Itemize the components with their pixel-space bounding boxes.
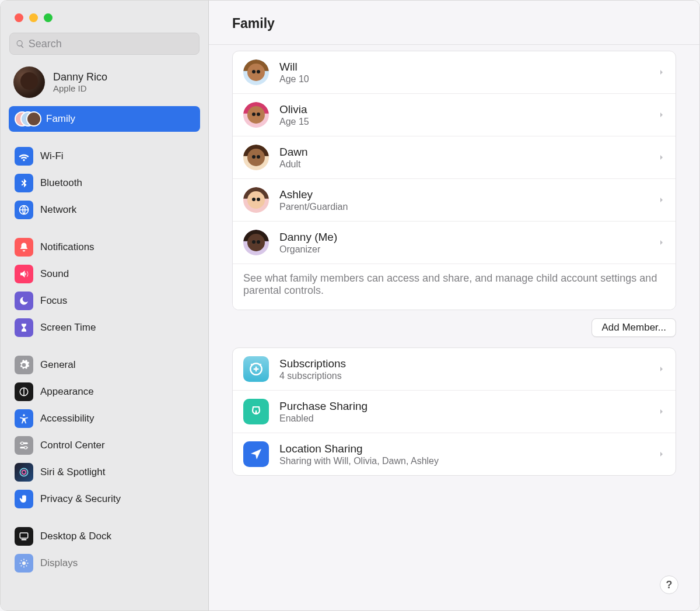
search-input[interactable] xyxy=(29,38,193,50)
search-field[interactable] xyxy=(9,33,200,55)
purchase-sharing-icon xyxy=(243,399,269,424)
sidebar-item-screen-time[interactable]: Screen Time xyxy=(9,315,200,340)
sidebar-item-appearance[interactable]: Appearance xyxy=(9,379,200,405)
family-members-card: Will Age 10 Olivia Age 15 xyxy=(232,51,676,310)
user-avatar xyxy=(13,66,45,98)
member-row-danny[interactable]: Danny (Me) Organizer xyxy=(233,222,676,264)
svg-point-11 xyxy=(22,561,26,565)
moon-icon xyxy=(15,292,33,310)
chevron-right-icon xyxy=(658,406,665,417)
chevron-right-icon xyxy=(658,67,665,78)
feature-row-subscriptions[interactable]: Subscriptions 4 subscriptions xyxy=(233,348,676,391)
page-title: Family xyxy=(232,16,676,31)
member-sub: Organizer xyxy=(279,244,648,255)
add-member-button[interactable]: Add Member... xyxy=(592,318,676,337)
sidebar-item-general[interactable]: General xyxy=(9,352,200,378)
accessibility-icon xyxy=(15,409,33,428)
sidebar-item-sound[interactable]: Sound xyxy=(9,261,200,287)
help-button[interactable]: ? xyxy=(660,575,678,594)
sliders-icon xyxy=(15,436,33,455)
sidebar-item-label: Bluetooth xyxy=(40,177,82,189)
sidebar-item-label: Desktop & Dock xyxy=(40,531,111,542)
members-caption: See what family members can access and s… xyxy=(233,264,676,310)
feature-row-location-sharing[interactable]: Location Sharing Sharing with Will, Oliv… xyxy=(233,433,676,475)
chevron-right-icon xyxy=(658,195,665,205)
fullscreen-window-button[interactable] xyxy=(44,13,52,22)
member-avatar xyxy=(243,145,269,170)
chevron-right-icon xyxy=(658,449,665,459)
sidebar-item-siri[interactable]: Siri & Spotlight xyxy=(9,459,200,485)
svg-rect-10 xyxy=(22,539,27,540)
sidebar-item-label: Notifications xyxy=(40,241,94,253)
sidebar-item-label: Displays xyxy=(40,557,78,569)
minimize-window-button[interactable] xyxy=(29,13,38,22)
feature-title: Location Sharing xyxy=(279,443,648,455)
sharing-card: Subscriptions 4 subscriptions Purchase S… xyxy=(232,347,676,476)
sidebar-item-label: Sound xyxy=(40,268,69,280)
sidebar-item-focus[interactable]: Focus xyxy=(9,288,200,314)
location-icon xyxy=(243,441,269,467)
sidebar-item-displays[interactable]: Displays xyxy=(9,550,200,576)
sidebar-item-family[interactable]: Family xyxy=(9,106,200,132)
svg-point-8 xyxy=(22,470,26,475)
sidebar-item-bluetooth[interactable]: Bluetooth xyxy=(9,170,200,196)
sidebar-item-network[interactable]: Network xyxy=(9,197,200,223)
search-icon xyxy=(16,39,25,49)
sidebar-item-label: Screen Time xyxy=(40,322,96,333)
feature-sub: Enabled xyxy=(279,413,648,424)
member-name: Olivia xyxy=(279,103,648,116)
main-pane: Family Will Age 10 Olivia Age 15 xyxy=(209,1,699,610)
sidebar-item-label: Focus xyxy=(40,295,67,307)
chevron-right-icon xyxy=(658,237,665,248)
chevron-right-icon xyxy=(658,152,665,163)
family-icon xyxy=(15,110,39,128)
svg-rect-9 xyxy=(20,533,28,538)
displays-icon xyxy=(15,554,33,573)
member-sub: Adult xyxy=(279,159,648,170)
close-window-button[interactable] xyxy=(15,13,23,22)
member-row-olivia[interactable]: Olivia Age 15 xyxy=(233,94,676,136)
member-row-dawn[interactable]: Dawn Adult xyxy=(233,136,676,179)
member-row-will[interactable]: Will Age 10 xyxy=(233,51,676,94)
main-header: Family xyxy=(209,1,699,45)
appearance-icon xyxy=(15,382,33,401)
dock-icon xyxy=(15,527,33,546)
sidebar-item-privacy[interactable]: Privacy & Security xyxy=(9,486,200,512)
member-name: Will xyxy=(279,61,648,73)
feature-sub: Sharing with Will, Olivia, Dawn, Ashley xyxy=(279,456,648,466)
apple-id-profile[interactable]: Danny Rico Apple ID xyxy=(1,63,208,105)
svg-point-5 xyxy=(21,442,24,445)
wifi-icon xyxy=(15,147,33,166)
sidebar-item-label: Privacy & Security xyxy=(40,493,121,505)
sidebar-item-label: Siri & Spotlight xyxy=(40,466,106,478)
chevron-right-icon xyxy=(658,110,665,120)
member-avatar xyxy=(243,230,269,255)
member-sub: Age 15 xyxy=(279,117,648,127)
window-controls xyxy=(1,1,208,33)
hourglass-icon xyxy=(15,318,33,337)
sidebar-item-label: General xyxy=(40,359,75,371)
sidebar-item-control-center[interactable]: Control Center xyxy=(9,433,200,458)
sidebar-item-label: Family xyxy=(46,113,75,125)
bluetooth-icon xyxy=(15,174,33,192)
sidebar-item-label: Wi-Fi xyxy=(40,150,64,162)
sidebar-item-accessibility[interactable]: Accessibility xyxy=(9,406,200,431)
sidebar-item-label: Network xyxy=(40,204,76,216)
user-name: Danny Rico xyxy=(53,71,107,83)
svg-point-2 xyxy=(23,415,24,416)
svg-point-6 xyxy=(24,447,27,450)
gear-icon xyxy=(15,356,33,374)
hand-icon xyxy=(15,490,33,508)
feature-title: Subscriptions xyxy=(279,357,648,370)
member-name: Dawn xyxy=(279,146,648,159)
sidebar-item-wifi[interactable]: Wi-Fi xyxy=(9,143,200,169)
sidebar-item-label: Accessibility xyxy=(40,413,94,424)
feature-row-purchase-sharing[interactable]: Purchase Sharing Enabled xyxy=(233,391,676,433)
member-avatar xyxy=(243,59,269,85)
member-name: Ashley xyxy=(279,188,648,201)
member-sub: Age 10 xyxy=(279,74,648,85)
sidebar-item-desktop-dock[interactable]: Desktop & Dock xyxy=(9,524,200,549)
member-name: Danny (Me) xyxy=(279,231,648,244)
member-row-ashley[interactable]: Ashley Parent/Guardian xyxy=(233,179,676,222)
sidebar-item-notifications[interactable]: Notifications xyxy=(9,234,200,260)
